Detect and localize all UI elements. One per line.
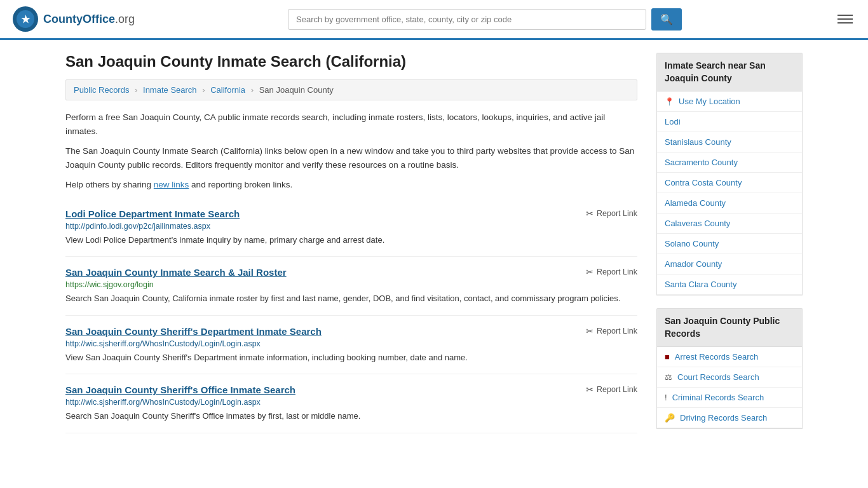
search-button[interactable]: 🔍: [651, 8, 682, 30]
result-url-2: http://wic.sjsheriff.org/WhosInCustody/L…: [65, 339, 637, 348]
nearby-list-item: Contra Costa County: [657, 173, 802, 193]
breadcrumb-inmate-search[interactable]: Inmate Search: [143, 85, 197, 95]
pub-rec-label-0: Arrest Records Search: [675, 352, 759, 362]
main-container: San Joaquin County Inmate Search (Califo…: [53, 40, 815, 454]
desc-2: The San Joaquin County Inmate Search (Ca…: [65, 144, 637, 172]
report-icon-1: ✂: [586, 267, 593, 277]
result-item: San Joaquin County Inmate Search & Jail …: [65, 257, 637, 316]
content-area: San Joaquin County Inmate Search (Califo…: [65, 53, 637, 442]
pub-rec-list: ■ Arrest Records Search ⚖ Court Records …: [656, 346, 803, 429]
nearby-link-5[interactable]: Alameda County: [657, 193, 802, 213]
nearby-item-label-0: Use My Location: [679, 97, 740, 106]
pub-rec-list-item: ⚖ Court Records Search: [657, 367, 802, 388]
desc-3-prefix: Help others by sharing: [65, 180, 154, 189]
nearby-link-3[interactable]: Sacramento County: [657, 152, 802, 172]
nearby-item-label-8: Amador County: [665, 259, 722, 269]
nearby-link-9[interactable]: Santa Clara County: [657, 274, 802, 294]
site-header: ★ CountyOffice.org 🔍: [0, 0, 868, 40]
report-icon-3: ✂: [586, 384, 593, 395]
report-link-button-3[interactable]: ✂ Report Link: [586, 384, 637, 395]
result-url-3: http://wic.sjsheriff.org/WhosInCustody/L…: [65, 398, 637, 407]
new-links-link[interactable]: new links: [154, 180, 189, 189]
report-label-1: Report Link: [597, 268, 637, 276]
nearby-item-label-1: Lodi: [665, 117, 681, 126]
nearby-link-4[interactable]: Contra Costa County: [657, 173, 802, 193]
breadcrumb-sep-2: ›: [202, 85, 205, 95]
report-icon-2: ✂: [586, 326, 593, 336]
breadcrumb-california[interactable]: California: [210, 85, 245, 95]
result-item: San Joaquin County Sheriff's Office Inma…: [65, 374, 637, 433]
nearby-list-item: Amador County: [657, 254, 802, 274]
nearby-list-item: Stanislaus County: [657, 132, 802, 152]
nearby-list-item: Calaveras County: [657, 214, 802, 234]
result-url-1: https://wic.sjgov.org/login: [65, 280, 637, 289]
sidebar-nearby-title: Inmate Search near San Joaquin County: [656, 53, 803, 91]
report-icon-0: ✂: [586, 208, 593, 219]
sidebar-pub-rec-title: San Joaquin County Public Records: [656, 308, 803, 346]
nearby-link-0[interactable]: 📍 Use My Location: [657, 92, 802, 111]
report-label-3: Report Link: [597, 385, 637, 394]
result-title-1[interactable]: San Joaquin County Inmate Search & Jail …: [65, 267, 287, 278]
result-title-3[interactable]: San Joaquin County Sheriff's Office Inma…: [65, 384, 295, 395]
nearby-list: 📍 Use My Location Lodi Stanislaus County…: [656, 91, 803, 295]
result-desc-0: View Lodi Police Department's inmate inq…: [65, 234, 637, 247]
pub-rec-link-0[interactable]: ■ Arrest Records Search: [657, 347, 802, 367]
result-desc-1: Search San Joaquin County, California in…: [65, 292, 637, 305]
nearby-item-label-7: Solano County: [665, 239, 719, 248]
breadcrumb-sep-1: ›: [135, 85, 137, 95]
pub-rec-list-item: ■ Arrest Records Search: [657, 347, 802, 367]
pub-rec-icon-3: 🔑: [665, 413, 675, 423]
nearby-list-item: Solano County: [657, 234, 802, 254]
logo-icon: ★: [13, 6, 38, 32]
report-label-2: Report Link: [597, 327, 637, 336]
hamburger-icon: [837, 15, 853, 24]
nearby-list-item: Santa Clara County: [657, 274, 802, 295]
desc-1: Perform a free San Joaquin County, CA pu…: [65, 111, 637, 138]
nearby-list-item: Lodi: [657, 112, 802, 132]
nearby-item-label-5: Alameda County: [665, 198, 726, 208]
breadcrumb-public-records[interactable]: Public Records: [74, 85, 129, 95]
pub-rec-list-item: 🔑 Driving Records Search: [657, 408, 802, 428]
search-area: 🔍: [288, 8, 682, 30]
nearby-link-7[interactable]: Solano County: [657, 234, 802, 254]
result-desc-2: View San Joaquin County Sheriff's Depart…: [65, 351, 637, 364]
search-input[interactable]: [288, 9, 646, 30]
result-title-0[interactable]: Lodi Police Department Inmate Search: [65, 208, 240, 219]
page-title: San Joaquin County Inmate Search (Califo…: [65, 53, 637, 71]
pub-rec-label-2: Criminal Records Search: [672, 393, 764, 402]
nearby-link-2[interactable]: Stanislaus County: [657, 132, 802, 152]
desc-3: Help others by sharing new links and rep…: [65, 178, 637, 192]
hamburger-menu-button[interactable]: [835, 12, 855, 26]
pub-rec-link-1[interactable]: ⚖ Court Records Search: [657, 367, 802, 387]
nearby-link-8[interactable]: Amador County: [657, 254, 802, 274]
pub-rec-link-2[interactable]: ! Criminal Records Search: [657, 388, 802, 407]
report-link-button-0[interactable]: ✂ Report Link: [586, 208, 637, 219]
svg-text:★: ★: [21, 14, 31, 25]
pub-rec-link-3[interactable]: 🔑 Driving Records Search: [657, 408, 802, 428]
breadcrumb-sep-3: ›: [251, 85, 254, 95]
nearby-link-1[interactable]: Lodi: [657, 112, 802, 132]
logo-area: ★ CountyOffice.org: [13, 6, 135, 32]
result-title-2[interactable]: San Joaquin County Sheriff's Department …: [65, 326, 322, 337]
location-icon: 📍: [665, 97, 674, 106]
pub-rec-label-3: Driving Records Search: [680, 413, 767, 423]
nearby-link-6[interactable]: Calaveras County: [657, 214, 802, 233]
result-item: Lodi Police Department Inmate Search ✂ R…: [65, 198, 637, 257]
logo-text: CountyOffice.org: [43, 13, 135, 26]
pub-rec-icon-0: ■: [665, 352, 670, 362]
search-icon: 🔍: [660, 14, 673, 25]
nearby-item-label-2: Stanislaus County: [665, 137, 731, 147]
report-link-button-1[interactable]: ✂ Report Link: [586, 267, 637, 277]
nearby-list-item: Alameda County: [657, 193, 802, 214]
desc-3-suffix: and reporting broken links.: [189, 180, 292, 189]
nearby-list-item: Sacramento County: [657, 152, 802, 173]
pub-rec-icon-2: !: [665, 393, 667, 402]
results-list: Lodi Police Department Inmate Search ✂ R…: [65, 198, 637, 433]
breadcrumb-current: San Joaquin County: [259, 85, 334, 95]
result-desc-3: Search San Joaquin County Sheriff's Offi…: [65, 410, 637, 423]
result-url-0: http://pdinfo.lodi.gov/p2c/jailinmates.a…: [65, 222, 637, 231]
report-link-button-2[interactable]: ✂ Report Link: [586, 326, 637, 336]
pub-rec-label-1: Court Records Search: [677, 372, 759, 382]
report-label-0: Report Link: [597, 209, 637, 218]
pub-rec-icon-1: ⚖: [665, 372, 672, 382]
